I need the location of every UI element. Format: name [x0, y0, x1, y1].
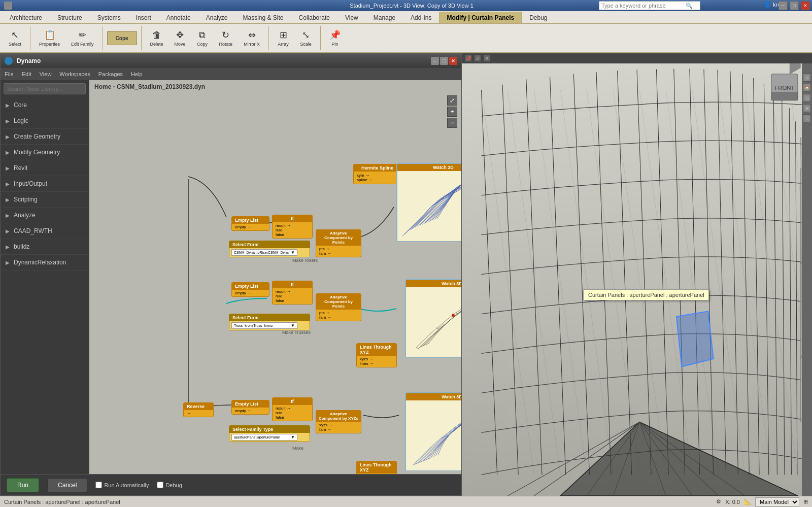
sidebar-item-scripting[interactable]: ▶ Scripting	[1, 192, 89, 208]
select-form-2-dropdown-icon[interactable]: ▼	[291, 323, 295, 328]
reverse-node[interactable]: Reverse →	[183, 402, 214, 417]
mirror-x-button[interactable]: ⇔ Mirror X	[239, 25, 264, 51]
select-form-node-1[interactable]: Select Form CSNM_DynamoRiserCSNM_DynamoR…	[229, 241, 310, 257]
select-form-1-input[interactable]: CSNM_DynamoRiserCSNM_DynamoRiser ▼	[231, 249, 297, 256]
lines-node-2[interactable]: Lines Through XYZ xyzs → lines →	[356, 461, 397, 474]
select-form-2-input[interactable]: Truss_kronzTruss_kronz ▼	[231, 322, 297, 329]
close-button[interactable]: ✕	[801, 1, 810, 10]
sidebar-item-revit[interactable]: ▶ Revit	[1, 160, 89, 176]
dynamo-canvas[interactable]: Home - CSNM_Stadium_20130923.dyn	[89, 80, 461, 474]
side-panel-btn-1[interactable]: ⊞	[803, 74, 811, 82]
properties-button[interactable]: 📋 Properties	[35, 25, 64, 51]
cancel-button[interactable]: Cancel	[47, 478, 87, 492]
canvas-fit-btn[interactable]: ⤢	[447, 95, 457, 106]
adaptive-component-node-3[interactable]: Adaptive Component by XYZs xyzs → fam →	[316, 410, 361, 433]
adaptive-component-node-2[interactable]: Adaptive Component by Points pts → fam →	[316, 293, 361, 321]
dynamo-maximize[interactable]: □	[440, 57, 448, 65]
sidebar-item-input-output[interactable]: ▶ Input/Output	[1, 176, 89, 192]
dynamo-close[interactable]: ✕	[449, 57, 457, 65]
empty-list-node-1[interactable]: Empty List empty →	[231, 216, 269, 231]
tab-modify[interactable]: Modify | Curtain Panels	[439, 12, 522, 23]
array-button[interactable]: ⊞ Array	[273, 25, 293, 51]
select-form-node-2[interactable]: Select Form Truss_kronzTruss_kronz ▼	[229, 314, 310, 330]
canvas-controls[interactable]: ⤢ + −	[447, 95, 457, 128]
run-button[interactable]: Run	[7, 478, 39, 492]
view3d-canvas[interactable]: FRONT	[462, 63, 812, 496]
pin-button[interactable]: 📌 Pin	[325, 25, 345, 51]
select-family-type-input[interactable]: aperturePanel.aperturePanel ▼	[231, 434, 297, 441]
dynamo-minimize[interactable]: ─	[431, 57, 439, 65]
search-input[interactable]	[599, 3, 686, 9]
cope-button[interactable]: Cope	[107, 31, 137, 45]
side-panel-btn-3[interactable]: ⊡	[803, 94, 811, 102]
view3d-side-panel[interactable]: ⊞ 🏠 ⊡ ⊞ ↕	[802, 63, 812, 496]
tab-architecture[interactable]: Architecture	[2, 12, 50, 23]
select-tool-button[interactable]: ↖ Select	[4, 25, 26, 51]
search-box[interactable]: 🔍	[599, 1, 700, 10]
tab-addins[interactable]: Add-Ins	[403, 12, 439, 23]
tab-collaborate[interactable]: Collaborate	[291, 12, 337, 23]
search-icon[interactable]: 🔍	[686, 3, 694, 9]
view3d-close[interactable]: ✕	[483, 55, 490, 62]
delete-button[interactable]: 🗑 Delete	[146, 25, 168, 51]
select-family-type-dropdown-icon[interactable]: ▼	[291, 435, 295, 440]
maximize-button[interactable]: □	[790, 1, 799, 10]
view3d-move[interactable]: ⤢	[474, 55, 481, 62]
side-panel-btn-4[interactable]: ⊞	[803, 104, 811, 112]
debug-checkbox[interactable]: Debug	[157, 482, 182, 488]
if-node-1[interactable]: If result → rule false	[272, 215, 313, 239]
dynamo-window-controls[interactable]: ─ □ ✕	[431, 57, 457, 65]
copy-button[interactable]: ⧉ Copy	[192, 25, 213, 51]
node-search-input[interactable]	[4, 83, 86, 94]
lines-node-1[interactable]: Lines Through XYZ xyzs → lines →	[356, 343, 397, 367]
sidebar-item-logic[interactable]: ▶ Logic	[1, 113, 89, 129]
sidebar-item-caad[interactable]: ▶ CAAD_RWTH	[1, 223, 89, 239]
family-edit-button[interactable]: ✏ Edit Family	[66, 25, 98, 51]
tab-massing[interactable]: Massing & Site	[235, 12, 291, 23]
empty-list-node-2[interactable]: Empty List empty →	[231, 282, 269, 297]
model-select[interactable]: Main Model	[755, 497, 799, 506]
side-panel-btn-5[interactable]: ↕	[803, 114, 811, 122]
menu-file[interactable]: File	[5, 71, 14, 77]
select-form-1-dropdown-icon[interactable]: ▼	[291, 250, 295, 255]
watch3d-node-1[interactable]: Watch 3D S2 FPS	[396, 163, 461, 242]
tab-structure[interactable]: Structure	[50, 12, 90, 23]
tab-view[interactable]: View	[337, 12, 366, 23]
adaptive-component-node-1[interactable]: Adaptive Component by Points pts → fam →	[316, 229, 361, 257]
watch3d-node-3[interactable]: Watch 3D S2 FPS	[405, 392, 461, 471]
menu-edit[interactable]: Edit	[22, 71, 31, 77]
sidebar-item-buildz[interactable]: ▶ buildz	[1, 239, 89, 255]
menu-workspaces[interactable]: Workspaces	[59, 71, 90, 77]
menu-view[interactable]: View	[40, 71, 52, 77]
move-button[interactable]: ✥ Move	[170, 25, 190, 51]
window-controls[interactable]: ─ □ ✕	[779, 1, 810, 10]
menu-help[interactable]: Help	[131, 71, 143, 77]
empty-list-node-3[interactable]: Empty List empty →	[231, 400, 269, 415]
if-node-3[interactable]: If result → rule false	[272, 397, 313, 421]
debug-input[interactable]	[157, 482, 163, 488]
sidebar-item-dynamic-relaxation[interactable]: ▶ DynamicRelaxation	[1, 255, 89, 271]
canvas-zoom-out-btn[interactable]: −	[447, 118, 457, 128]
minimize-button[interactable]: ─	[779, 1, 788, 10]
canvas-zoom-in-btn[interactable]: +	[447, 107, 457, 117]
tab-systems[interactable]: Systems	[90, 12, 128, 23]
view3d-pin[interactable]: 📌	[465, 55, 472, 62]
tab-annotate[interactable]: Annotate	[159, 12, 198, 23]
tab-debug[interactable]: Debug	[522, 12, 555, 23]
hermite-spline-node[interactable]: Hermite Spline xym → spline →	[353, 164, 401, 184]
select-family-type-node[interactable]: Select Family Type aperturePanel.apertur…	[229, 425, 310, 442]
menu-packages[interactable]: Packages	[98, 71, 123, 77]
rotate-button[interactable]: ↻ Rotate	[215, 25, 238, 51]
run-automatically-checkbox[interactable]: Run Automatically	[95, 482, 149, 488]
sidebar-item-core[interactable]: ▶ Core	[1, 97, 89, 113]
tab-manage[interactable]: Manage	[366, 12, 403, 23]
run-automatically-input[interactable]	[95, 482, 102, 488]
sidebar-item-create-geometry[interactable]: ▶ Create Geometry	[1, 129, 89, 145]
if-node-2[interactable]: If result → rule false	[272, 281, 313, 305]
sidebar-item-modify-geometry[interactable]: ▶ Modify Geometry	[1, 145, 89, 160]
watch3d-node-2[interactable]: Watch 3D S2 FPS	[405, 279, 461, 358]
side-panel-btn-2[interactable]: 🏠	[803, 84, 811, 92]
scale-button[interactable]: ⤡ Scale	[295, 25, 316, 51]
tab-insert[interactable]: Insert	[128, 12, 159, 23]
tab-analyze[interactable]: Analyze	[198, 12, 235, 23]
